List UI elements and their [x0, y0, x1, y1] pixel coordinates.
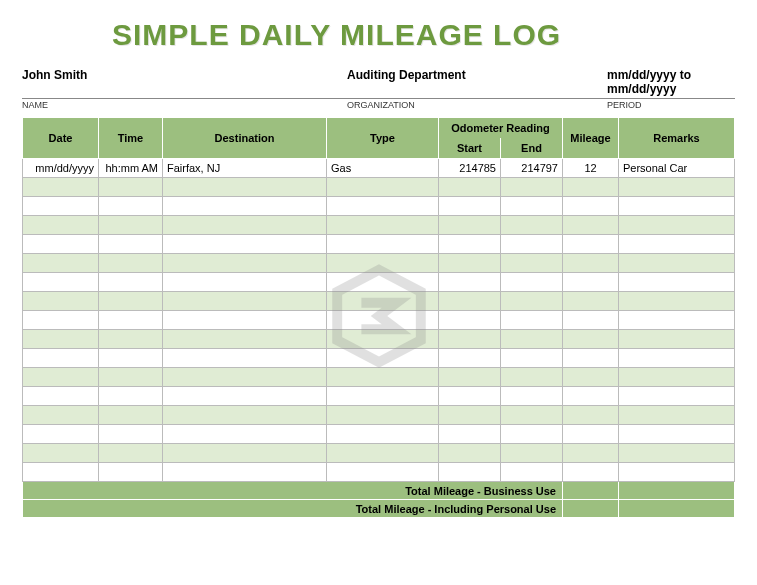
table-row [23, 463, 735, 482]
cell-start [439, 311, 501, 330]
cell-date [23, 406, 99, 425]
cell-mileage [563, 368, 619, 387]
table-row [23, 197, 735, 216]
period-value: mm/dd/yyyy to mm/dd/yyyy [607, 66, 735, 98]
cell-destination [163, 387, 327, 406]
footer-business-row: Total Mileage - Business Use [23, 482, 735, 500]
cell-destination [163, 197, 327, 216]
cell-type: Gas [327, 159, 439, 178]
cell-type [327, 406, 439, 425]
cell-date [23, 463, 99, 482]
cell-end [501, 178, 563, 197]
cell-time [99, 463, 163, 482]
cell-type [327, 178, 439, 197]
cell-date [23, 387, 99, 406]
cell-mileage [563, 387, 619, 406]
cell-mileage [563, 178, 619, 197]
cell-start [439, 406, 501, 425]
cell-end [501, 254, 563, 273]
footer-business-label: Total Mileage - Business Use [23, 482, 563, 500]
cell-date [23, 178, 99, 197]
cell-date [23, 273, 99, 292]
cell-remarks: Personal Car [619, 159, 735, 178]
cell-time [99, 254, 163, 273]
cell-date: mm/dd/yyyy [23, 159, 99, 178]
footer-business-value [563, 482, 619, 500]
cell-date [23, 368, 99, 387]
col-remarks: Remarks [619, 118, 735, 159]
cell-destination [163, 463, 327, 482]
cell-end [501, 330, 563, 349]
cell-end [501, 311, 563, 330]
table-row [23, 349, 735, 368]
cell-remarks [619, 349, 735, 368]
cell-mileage [563, 273, 619, 292]
mileage-table: Date Time Destination Type Odometer Read… [22, 117, 735, 518]
cell-remarks [619, 368, 735, 387]
cell-type [327, 235, 439, 254]
table-row [23, 368, 735, 387]
cell-type [327, 444, 439, 463]
cell-remarks [619, 273, 735, 292]
cell-time [99, 178, 163, 197]
cell-remarks [619, 292, 735, 311]
cell-start [439, 216, 501, 235]
table-row [23, 292, 735, 311]
cell-mileage [563, 311, 619, 330]
cell-mileage [563, 425, 619, 444]
footer-personal-value [563, 500, 619, 518]
col-time: Time [99, 118, 163, 159]
table-row: mm/dd/yyyyhh:mm AMFairfax, NJGas21478521… [23, 159, 735, 178]
table-body: mm/dd/yyyyhh:mm AMFairfax, NJGas21478521… [23, 159, 735, 482]
cell-end: 214797 [501, 159, 563, 178]
table-row [23, 444, 735, 463]
cell-end [501, 444, 563, 463]
cell-end [501, 216, 563, 235]
cell-start [439, 292, 501, 311]
cell-time [99, 235, 163, 254]
period-label: PERIOD [607, 99, 735, 111]
cell-remarks [619, 444, 735, 463]
cell-type [327, 292, 439, 311]
table-header: Date Time Destination Type Odometer Read… [23, 118, 735, 159]
cell-type [327, 311, 439, 330]
name-value: John Smith [22, 66, 347, 98]
cell-mileage [563, 197, 619, 216]
cell-destination [163, 311, 327, 330]
cell-destination: Fairfax, NJ [163, 159, 327, 178]
cell-destination [163, 292, 327, 311]
cell-time [99, 444, 163, 463]
cell-mileage [563, 254, 619, 273]
cell-type [327, 197, 439, 216]
cell-type [327, 368, 439, 387]
cell-time [99, 425, 163, 444]
footer-personal-row: Total Mileage - Including Personal Use [23, 500, 735, 518]
cell-remarks [619, 425, 735, 444]
cell-date [23, 349, 99, 368]
cell-type [327, 425, 439, 444]
col-mileage: Mileage [563, 118, 619, 159]
cell-time [99, 349, 163, 368]
cell-type [327, 273, 439, 292]
cell-remarks [619, 330, 735, 349]
cell-start [439, 330, 501, 349]
cell-date [23, 216, 99, 235]
cell-destination [163, 349, 327, 368]
table-row [23, 273, 735, 292]
cell-type [327, 463, 439, 482]
cell-start [439, 387, 501, 406]
footer-personal-label: Total Mileage - Including Personal Use [23, 500, 563, 518]
table-row [23, 406, 735, 425]
col-start: Start [439, 138, 501, 159]
cell-destination [163, 254, 327, 273]
cell-remarks [619, 387, 735, 406]
cell-type [327, 349, 439, 368]
cell-type [327, 330, 439, 349]
cell-start [439, 254, 501, 273]
cell-mileage: 12 [563, 159, 619, 178]
page-title: SIMPLE DAILY MILEAGE LOG [112, 18, 735, 52]
cell-destination [163, 444, 327, 463]
cell-end [501, 387, 563, 406]
col-odometer: Odometer Reading [439, 118, 563, 139]
cell-mileage [563, 235, 619, 254]
